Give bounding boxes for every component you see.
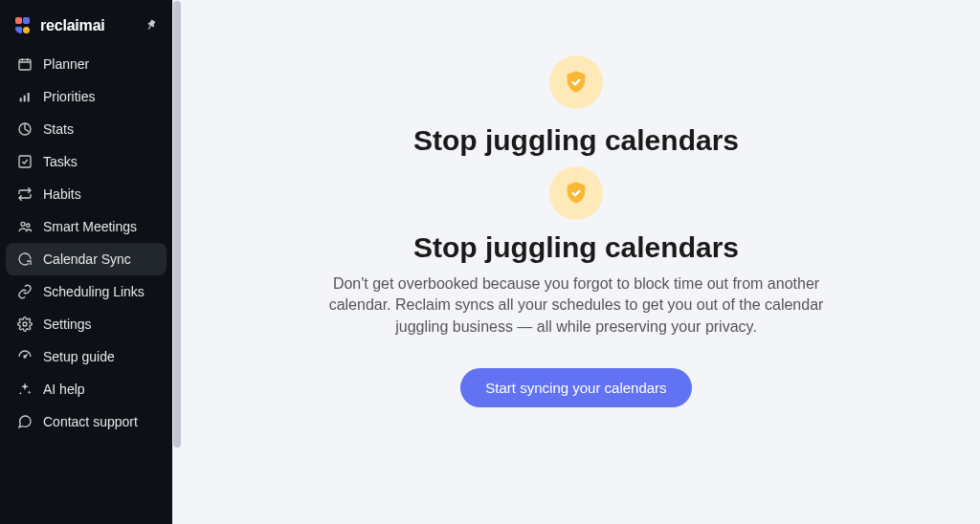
sidebar-item-habits[interactable]: Habits [6, 178, 167, 210]
scrollbar-thumb[interactable] [173, 1, 181, 448]
sidebar-item-label: Contact support [43, 414, 138, 429]
pin-icon[interactable] [141, 15, 161, 36]
repeat-icon [17, 186, 33, 202]
svg-point-6 [21, 222, 25, 226]
main-content: Stop juggling calendars Stop juggling ca… [172, 0, 980, 524]
svg-rect-2 [24, 96, 26, 102]
start-syncing-button[interactable]: Start syncing your calendars [460, 368, 691, 407]
sidebar-item-scheduling-links[interactable]: Scheduling Links [6, 275, 167, 308]
svg-rect-1 [20, 98, 22, 101]
sidebar-item-calendar-sync[interactable]: Calendar Sync [6, 243, 167, 275]
hero-title: Stop juggling calendars [413, 231, 739, 264]
sidebar-item-setup-guide[interactable]: Setup guide [6, 340, 167, 373]
hero-description: Don't get overbooked because you forgot … [323, 273, 830, 338]
sync-icon [17, 251, 33, 267]
chat-icon [17, 414, 33, 429]
sidebar-item-stats[interactable]: Stats [6, 113, 167, 145]
sidebar-item-planner[interactable]: Planner [6, 48, 167, 80]
brand-logo-icon [15, 17, 33, 34]
sidebar: reclaimai Planner Priorities Stats Tasks… [0, 0, 172, 524]
hero-title: Stop juggling calendars [413, 124, 739, 157]
sidebar-item-label: Tasks [43, 154, 78, 169]
link-icon [17, 284, 33, 299]
sidebar-item-smart-meetings[interactable]: Smart Meetings [6, 210, 167, 243]
sidebar-item-label: Habits [43, 186, 81, 202]
sidebar-item-ai-help[interactable]: AI help [6, 373, 167, 405]
sidebar-item-label: Scheduling Links [43, 284, 145, 299]
calendar-icon [17, 56, 33, 72]
gear-icon [17, 317, 33, 332]
sparkle-icon [17, 382, 33, 397]
brand-name: reclaimai [40, 17, 105, 34]
sidebar-item-label: Stats [43, 121, 74, 137]
sidebar-item-label: Setup guide [43, 349, 115, 364]
brand: reclaimai [6, 13, 167, 48]
bars-icon [17, 89, 33, 104]
sidebar-item-label: Planner [43, 56, 89, 72]
svg-rect-0 [19, 59, 31, 70]
sidebar-item-tasks[interactable]: Tasks [6, 145, 167, 178]
sidebar-item-label: Settings [43, 317, 92, 332]
hero-badge-icon [549, 55, 603, 109]
stats-icon [17, 121, 33, 137]
sidebar-item-settings[interactable]: Settings [6, 308, 167, 340]
scrollbar[interactable] [173, 1, 181, 448]
check-square-icon [17, 154, 33, 169]
sidebar-item-contact-support[interactable]: Contact support [6, 405, 167, 438]
svg-point-7 [27, 224, 30, 227]
gauge-icon [17, 349, 33, 364]
sidebar-item-label: AI help [43, 382, 85, 397]
sidebar-item-priorities[interactable]: Priorities [6, 80, 167, 113]
people-icon [17, 219, 33, 234]
hero-badge-icon [549, 166, 603, 220]
sidebar-item-label: Priorities [43, 89, 95, 104]
svg-point-9 [24, 356, 26, 358]
svg-rect-5 [19, 156, 31, 167]
sidebar-item-label: Smart Meetings [43, 219, 137, 234]
sidebar-item-label: Calendar Sync [43, 251, 131, 267]
svg-point-8 [23, 322, 27, 326]
svg-rect-3 [28, 93, 30, 101]
